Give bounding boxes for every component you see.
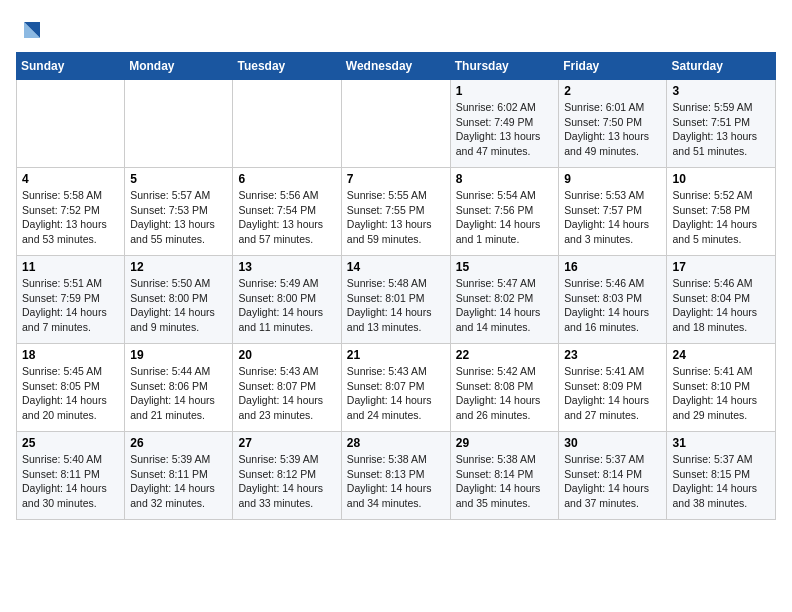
day-info: Sunrise: 5:48 AM Sunset: 8:01 PM Dayligh… <box>347 276 445 335</box>
day-info: Sunrise: 5:46 AM Sunset: 8:04 PM Dayligh… <box>672 276 770 335</box>
day-number: 18 <box>22 348 119 362</box>
day-number: 9 <box>564 172 661 186</box>
day-info: Sunrise: 5:44 AM Sunset: 8:06 PM Dayligh… <box>130 364 227 423</box>
day-info: Sunrise: 5:42 AM Sunset: 8:08 PM Dayligh… <box>456 364 554 423</box>
calendar-cell <box>233 80 341 168</box>
page-header <box>16 16 776 44</box>
calendar-cell: 13Sunrise: 5:49 AM Sunset: 8:00 PM Dayli… <box>233 256 341 344</box>
calendar-cell: 8Sunrise: 5:54 AM Sunset: 7:56 PM Daylig… <box>450 168 559 256</box>
calendar-cell: 30Sunrise: 5:37 AM Sunset: 8:14 PM Dayli… <box>559 432 667 520</box>
calendar-cell: 24Sunrise: 5:41 AM Sunset: 8:10 PM Dayli… <box>667 344 776 432</box>
calendar-cell: 16Sunrise: 5:46 AM Sunset: 8:03 PM Dayli… <box>559 256 667 344</box>
calendar-cell: 5Sunrise: 5:57 AM Sunset: 7:53 PM Daylig… <box>125 168 233 256</box>
day-info: Sunrise: 5:38 AM Sunset: 8:14 PM Dayligh… <box>456 452 554 511</box>
day-number: 30 <box>564 436 661 450</box>
day-headers-row: SundayMondayTuesdayWednesdayThursdayFrid… <box>17 53 776 80</box>
column-header-sunday: Sunday <box>17 53 125 80</box>
day-number: 10 <box>672 172 770 186</box>
day-info: Sunrise: 5:39 AM Sunset: 8:12 PM Dayligh… <box>238 452 335 511</box>
calendar-cell: 26Sunrise: 5:39 AM Sunset: 8:11 PM Dayli… <box>125 432 233 520</box>
day-info: Sunrise: 5:55 AM Sunset: 7:55 PM Dayligh… <box>347 188 445 247</box>
day-info: Sunrise: 5:39 AM Sunset: 8:11 PM Dayligh… <box>130 452 227 511</box>
day-number: 3 <box>672 84 770 98</box>
day-info: Sunrise: 5:53 AM Sunset: 7:57 PM Dayligh… <box>564 188 661 247</box>
day-info: Sunrise: 5:43 AM Sunset: 8:07 PM Dayligh… <box>238 364 335 423</box>
day-number: 20 <box>238 348 335 362</box>
day-number: 7 <box>347 172 445 186</box>
column-header-friday: Friday <box>559 53 667 80</box>
column-header-thursday: Thursday <box>450 53 559 80</box>
calendar-cell: 4Sunrise: 5:58 AM Sunset: 7:52 PM Daylig… <box>17 168 125 256</box>
day-number: 21 <box>347 348 445 362</box>
calendar-cell: 28Sunrise: 5:38 AM Sunset: 8:13 PM Dayli… <box>341 432 450 520</box>
calendar-cell: 11Sunrise: 5:51 AM Sunset: 7:59 PM Dayli… <box>17 256 125 344</box>
calendar-cell: 12Sunrise: 5:50 AM Sunset: 8:00 PM Dayli… <box>125 256 233 344</box>
day-number: 29 <box>456 436 554 450</box>
day-info: Sunrise: 5:40 AM Sunset: 8:11 PM Dayligh… <box>22 452 119 511</box>
day-info: Sunrise: 5:52 AM Sunset: 7:58 PM Dayligh… <box>672 188 770 247</box>
day-number: 12 <box>130 260 227 274</box>
calendar-cell: 7Sunrise: 5:55 AM Sunset: 7:55 PM Daylig… <box>341 168 450 256</box>
calendar-cell: 22Sunrise: 5:42 AM Sunset: 8:08 PM Dayli… <box>450 344 559 432</box>
logo-icon <box>18 16 46 44</box>
day-number: 15 <box>456 260 554 274</box>
calendar-cell: 27Sunrise: 5:39 AM Sunset: 8:12 PM Dayli… <box>233 432 341 520</box>
day-info: Sunrise: 5:59 AM Sunset: 7:51 PM Dayligh… <box>672 100 770 159</box>
calendar-cell: 3Sunrise: 5:59 AM Sunset: 7:51 PM Daylig… <box>667 80 776 168</box>
calendar-cell: 29Sunrise: 5:38 AM Sunset: 8:14 PM Dayli… <box>450 432 559 520</box>
calendar-cell: 10Sunrise: 5:52 AM Sunset: 7:58 PM Dayli… <box>667 168 776 256</box>
column-header-tuesday: Tuesday <box>233 53 341 80</box>
day-number: 16 <box>564 260 661 274</box>
calendar-cell: 2Sunrise: 6:01 AM Sunset: 7:50 PM Daylig… <box>559 80 667 168</box>
day-number: 17 <box>672 260 770 274</box>
day-number: 11 <box>22 260 119 274</box>
day-info: Sunrise: 5:51 AM Sunset: 7:59 PM Dayligh… <box>22 276 119 335</box>
calendar-cell: 21Sunrise: 5:43 AM Sunset: 8:07 PM Dayli… <box>341 344 450 432</box>
week-row-2: 4Sunrise: 5:58 AM Sunset: 7:52 PM Daylig… <box>17 168 776 256</box>
column-header-monday: Monday <box>125 53 233 80</box>
day-info: Sunrise: 5:57 AM Sunset: 7:53 PM Dayligh… <box>130 188 227 247</box>
day-info: Sunrise: 5:43 AM Sunset: 8:07 PM Dayligh… <box>347 364 445 423</box>
day-number: 8 <box>456 172 554 186</box>
day-number: 23 <box>564 348 661 362</box>
calendar-cell <box>125 80 233 168</box>
calendar-cell: 14Sunrise: 5:48 AM Sunset: 8:01 PM Dayli… <box>341 256 450 344</box>
day-info: Sunrise: 5:37 AM Sunset: 8:14 PM Dayligh… <box>564 452 661 511</box>
day-number: 6 <box>238 172 335 186</box>
day-info: Sunrise: 5:41 AM Sunset: 8:09 PM Dayligh… <box>564 364 661 423</box>
day-number: 24 <box>672 348 770 362</box>
week-row-1: 1Sunrise: 6:02 AM Sunset: 7:49 PM Daylig… <box>17 80 776 168</box>
calendar-cell: 25Sunrise: 5:40 AM Sunset: 8:11 PM Dayli… <box>17 432 125 520</box>
day-number: 28 <box>347 436 445 450</box>
day-info: Sunrise: 5:54 AM Sunset: 7:56 PM Dayligh… <box>456 188 554 247</box>
day-number: 22 <box>456 348 554 362</box>
day-number: 14 <box>347 260 445 274</box>
calendar-cell: 6Sunrise: 5:56 AM Sunset: 7:54 PM Daylig… <box>233 168 341 256</box>
day-number: 31 <box>672 436 770 450</box>
day-number: 4 <box>22 172 119 186</box>
day-info: Sunrise: 5:41 AM Sunset: 8:10 PM Dayligh… <box>672 364 770 423</box>
day-number: 27 <box>238 436 335 450</box>
day-info: Sunrise: 5:37 AM Sunset: 8:15 PM Dayligh… <box>672 452 770 511</box>
day-info: Sunrise: 6:01 AM Sunset: 7:50 PM Dayligh… <box>564 100 661 159</box>
day-number: 25 <box>22 436 119 450</box>
day-info: Sunrise: 5:45 AM Sunset: 8:05 PM Dayligh… <box>22 364 119 423</box>
day-info: Sunrise: 5:58 AM Sunset: 7:52 PM Dayligh… <box>22 188 119 247</box>
column-header-saturday: Saturday <box>667 53 776 80</box>
day-info: Sunrise: 5:47 AM Sunset: 8:02 PM Dayligh… <box>456 276 554 335</box>
day-number: 2 <box>564 84 661 98</box>
day-number: 13 <box>238 260 335 274</box>
day-info: Sunrise: 6:02 AM Sunset: 7:49 PM Dayligh… <box>456 100 554 159</box>
calendar-cell: 9Sunrise: 5:53 AM Sunset: 7:57 PM Daylig… <box>559 168 667 256</box>
calendar-cell: 17Sunrise: 5:46 AM Sunset: 8:04 PM Dayli… <box>667 256 776 344</box>
day-number: 1 <box>456 84 554 98</box>
calendar-cell: 1Sunrise: 6:02 AM Sunset: 7:49 PM Daylig… <box>450 80 559 168</box>
week-row-3: 11Sunrise: 5:51 AM Sunset: 7:59 PM Dayli… <box>17 256 776 344</box>
calendar-cell <box>17 80 125 168</box>
column-header-wednesday: Wednesday <box>341 53 450 80</box>
calendar-cell <box>341 80 450 168</box>
calendar-cell: 18Sunrise: 5:45 AM Sunset: 8:05 PM Dayli… <box>17 344 125 432</box>
calendar-cell: 15Sunrise: 5:47 AM Sunset: 8:02 PM Dayli… <box>450 256 559 344</box>
calendar-cell: 31Sunrise: 5:37 AM Sunset: 8:15 PM Dayli… <box>667 432 776 520</box>
day-number: 19 <box>130 348 227 362</box>
